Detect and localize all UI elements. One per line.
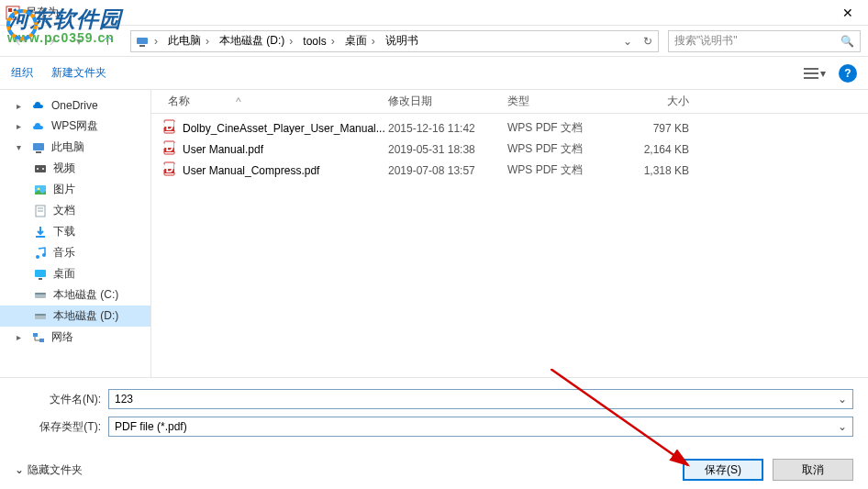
sidebar-item[interactable]: ▸OneDrive [0,95,150,116]
col-size[interactable]: 大小 [603,94,695,109]
sidebar-item[interactable]: 图片 [0,179,150,200]
col-date[interactable]: 修改日期 [383,94,502,109]
nav-bar: 🡠 🡢 ▾ 🡡 › 此电脑› 本地磁盘 (D:)› tools› 桌面› 说明书… [0,26,868,57]
file-row[interactable]: PDFUser Manual_Compress.pdf2019-07-08 13… [151,160,868,181]
filename-dropdown-icon[interactable]: ⌄ [838,393,847,406]
file-list: 名称^ 修改日期 类型 大小 PDFDolby_CineAsset_Player… [151,90,868,377]
svg-rect-22 [35,270,46,277]
svg-point-13 [42,168,44,170]
file-row[interactable]: PDFDolby_CineAsset_Player_User_Manual...… [151,117,868,139]
svg-rect-9 [33,143,44,150]
refresh-button[interactable]: ↻ [638,35,658,48]
col-name[interactable]: 名称^ [162,94,383,109]
svg-rect-25 [35,293,46,295]
sidebar-item[interactable]: ▸WPS网盘 [0,116,150,137]
organize-menu[interactable]: 组织 [11,65,33,81]
file-date: 2019-05-31 18:38 [383,143,502,156]
svg-rect-7 [804,72,818,74]
cloud-wps-icon [31,119,46,134]
search-input[interactable]: 搜索"说明书" 🔍 [668,30,861,52]
svg-text:PDF: PDF [162,120,177,133]
sidebar-item-label: 音乐 [53,245,75,261]
svg-rect-5 [139,45,145,47]
breadcrumb[interactable]: › 此电脑› 本地磁盘 (D:)› tools› 桌面› 说明书 ⌄↻ [130,30,659,52]
close-button[interactable]: ✕ [827,0,868,26]
filetype-dropdown-icon[interactable]: ⌄ [838,420,847,433]
window-title: 另存为 [26,5,59,20]
music-icon [33,246,48,261]
file-size: 797 KB [603,122,695,135]
new-folder-button[interactable]: 新建文件夹 [51,65,106,81]
file-type: WPS PDF 文档 [502,120,603,136]
col-type[interactable]: 类型 [502,94,603,109]
chevron-down-icon: ⌄ [15,463,24,476]
sidebar-item[interactable]: 视频 [0,158,150,179]
image-icon [33,183,48,197]
breadcrumb-pc-icon[interactable]: › [131,31,164,51]
recent-button[interactable]: ▾ [66,30,92,52]
breadcrumb-item[interactable]: 桌面› [341,31,382,51]
doc-icon [33,204,48,218]
file-name: User Manual_Compress.pdf [183,164,319,177]
sidebar-item[interactable]: 本地磁盘 (D:) [0,306,150,327]
filetype-label: 保存类型(T): [15,419,108,435]
save-button[interactable]: 保存(S) [683,459,763,481]
sidebar-item[interactable]: 本地磁盘 (C:) [0,284,150,306]
view-mode-button[interactable]: ▾ [800,65,829,82]
toolbar: 组织 新建文件夹 ▾ ? [0,57,868,90]
sidebar-item-label: 视频 [53,161,75,176]
column-headers: 名称^ 修改日期 类型 大小 [151,90,868,114]
svg-rect-27 [35,314,46,316]
filename-label: 文件名(N): [15,392,108,407]
sidebar-item-label: 本地磁盘 (C:) [53,287,118,303]
breadcrumb-dropdown[interactable]: ⌄ [618,35,638,48]
svg-rect-6 [804,68,818,70]
file-size: 1,318 KB [603,164,695,177]
sidebar-item-label: 文档 [53,203,75,218]
forward-button[interactable]: 🡢 [37,30,62,52]
pdf-icon: PDF [162,161,177,179]
sidebar-item-label: 桌面 [53,266,75,282]
network-icon [31,330,46,345]
svg-rect-29 [39,339,44,342]
file-type: WPS PDF 文档 [502,141,603,157]
svg-point-20 [36,255,39,259]
back-button[interactable]: 🡠 [7,30,33,52]
svg-rect-28 [33,333,38,337]
sidebar-item[interactable]: 文档 [0,200,150,221]
svg-rect-11 [35,165,46,172]
sidebar: ▸OneDrive▸WPS网盘▾此电脑视频图片文档下载音乐桌面本地磁盘 (C:)… [0,90,151,377]
file-row[interactable]: PDFUser Manual.pdf2019-05-31 18:38WPS PD… [151,139,868,160]
sidebar-item[interactable]: ▾此电脑 [0,137,150,158]
sidebar-item-label: 下载 [53,224,75,239]
breadcrumb-item[interactable]: 本地磁盘 (D:)› [216,31,299,51]
file-name: Dolby_CineAsset_Player_User_Manual... [183,122,385,135]
breadcrumb-item[interactable]: tools› [299,31,340,51]
sidebar-item[interactable]: ▸网络 [0,327,150,348]
svg-rect-8 [804,77,818,79]
titlebar: 另存为 ✕ [0,0,868,26]
breadcrumb-item[interactable]: 此电脑› [164,31,216,51]
pc-icon [31,140,46,155]
help-button[interactable]: ? [839,64,857,83]
desktop-icon [33,267,48,282]
filename-input[interactable]: 123⌄ [108,389,853,409]
sidebar-item-label: WPS网盘 [51,118,98,134]
sidebar-item[interactable]: 桌面 [0,263,150,284]
sidebar-item-label: 网络 [51,329,73,345]
breadcrumb-item[interactable]: 说明书 [382,31,422,51]
filetype-select[interactable]: PDF file (*.pdf)⌄ [108,417,853,437]
sidebar-item[interactable]: 音乐 [0,242,150,263]
svg-rect-23 [39,278,42,280]
up-button[interactable]: 🡡 [95,30,121,52]
svg-point-12 [37,168,39,170]
sidebar-item-label: 本地磁盘 (D:) [53,308,118,324]
sidebar-item[interactable]: 下载 [0,221,150,242]
svg-text:PDF: PDF [162,141,177,154]
search-icon: 🔍 [840,35,854,48]
file-size: 2,164 KB [603,143,695,156]
bottom-panel: 文件名(N): 123⌄ 保存类型(T): PDF file (*.pdf)⌄ … [0,377,868,489]
sidebar-item-label: 此电脑 [51,139,84,155]
cancel-button[interactable]: 取消 [773,459,853,481]
hide-folders-toggle[interactable]: ⌄隐藏文件夹 [15,462,83,478]
